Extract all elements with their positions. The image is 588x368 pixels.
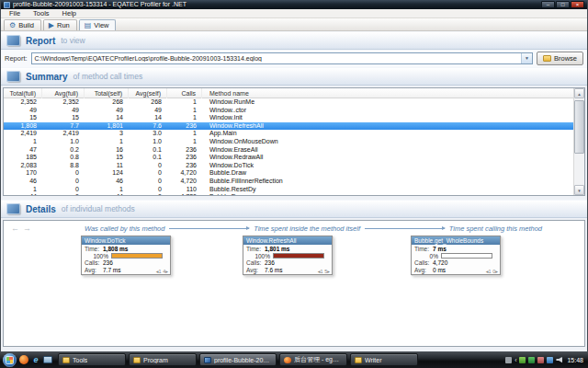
- table-row[interactable]: 1 0 1 0 110 Bubble.ResetDy: [4, 186, 584, 194]
- method-detail-box[interactable]: Window.DoTick Time: 1,808 ms 100%: [81, 236, 171, 275]
- taskbar-button[interactable]: Program: [129, 353, 197, 366]
- cell-method-name: App.Main: [202, 130, 584, 138]
- calls-value: 236: [265, 259, 275, 267]
- table-row[interactable]: 2,083 8.8 11 0 236 Window.DoTick: [4, 162, 584, 170]
- messenger-icon[interactable]: [519, 357, 526, 363]
- minimize-button[interactable]: –: [541, 1, 555, 8]
- detail-box-pager[interactable]: ◂1 4▸: [156, 269, 168, 274]
- method-detail-box[interactable]: Bubble.get_WholeBounds Time: 7 ms 0%: [411, 236, 501, 275]
- detail-box-method-name[interactable]: Window.RefreshAll: [243, 236, 332, 245]
- network-icon[interactable]: [547, 357, 553, 363]
- antivirus-icon[interactable]: [528, 357, 535, 363]
- cell-avg-self: 1.0: [129, 138, 167, 146]
- column-header-total-self[interactable]: Total(self): [85, 88, 129, 98]
- maximize-button[interactable]: □: [556, 1, 570, 8]
- toolbar-button-label: View: [94, 21, 108, 29]
- cell-avg-full: 7.7: [42, 122, 85, 131]
- detail-box-method-name[interactable]: Window.DoTick: [82, 236, 170, 245]
- menu-item[interactable]: Tools: [27, 9, 56, 18]
- avg-label: Avg:: [85, 267, 103, 274]
- taskbar-button[interactable]: 后台管理 - egmkan...: [279, 353, 347, 366]
- cell-avg-full: 0: [42, 169, 85, 178]
- toolbar-button-icon: ▶: [49, 22, 54, 29]
- volume-icon[interactable]: [556, 357, 562, 363]
- report-field-label: Report:: [5, 54, 28, 63]
- title-bar[interactable]: profile-Bubble-20091003-153314 - EQATEC …: [1, 0, 587, 9]
- table-scrollbar[interactable]: ▲ ▼: [573, 88, 584, 195]
- table-body: 2,352 2,352 268 268 1 Window.RunMe 49 49…: [4, 98, 584, 196]
- table-row[interactable]: 44 0 44 0 4,720 Bubble.E: [4, 193, 584, 196]
- cell-avg-full: 1.0: [42, 138, 85, 146]
- cell-calls: 4,720: [167, 193, 202, 196]
- report-section-header: Report to view: [1, 31, 587, 50]
- table-row[interactable]: 2,419 2,419 3 3.0 1 App.Main: [4, 130, 584, 138]
- history-back-icon[interactable]: ←: [9, 224, 21, 233]
- taskbar-button[interactable]: Tools: [58, 353, 126, 366]
- cell-total-full: 185: [4, 154, 42, 162]
- toolbar-button[interactable]: ▤ View: [79, 19, 117, 30]
- scroll-down-icon[interactable]: ▼: [574, 185, 584, 195]
- avg-value: 7.7 ms: [103, 267, 121, 274]
- firefox-icon[interactable]: [19, 355, 28, 364]
- calls-label: Calls:: [246, 259, 265, 267]
- menu-item[interactable]: File: [3, 9, 27, 18]
- cell-calls: 1: [167, 114, 202, 122]
- detail-box-body: Time: 1,801 ms 100% Calls: 236: [243, 245, 332, 274]
- report-path-value[interactable]: C:\Windows\Temp\EQATECProfilerLogs\profi…: [32, 55, 521, 62]
- cell-total-full: 1,808: [4, 122, 42, 131]
- cell-avg-full: 49: [42, 107, 85, 115]
- cell-avg-self: 268: [129, 98, 167, 107]
- table-row[interactable]: 49 49 49 49 1 Window..ctor: [4, 107, 584, 115]
- taskbar-button[interactable]: Writer: [350, 353, 418, 366]
- scroll-up-icon[interactable]: ▲: [574, 88, 584, 98]
- history-forward-icon[interactable]: →: [21, 224, 33, 233]
- browse-button[interactable]: Browse: [537, 52, 583, 65]
- taskbar-button-label: Tools: [73, 357, 87, 363]
- calls-value: 236: [103, 259, 113, 267]
- column-header-avg-full[interactable]: Avg(full): [42, 88, 85, 98]
- column-header-method-name[interactable]: Method name: [202, 88, 584, 98]
- detail-box-pager[interactable]: ◂1 5▸: [318, 269, 330, 274]
- taskbar-button[interactable]: profile-Bubble-2009...: [199, 353, 277, 366]
- taskbar-clock[interactable]: 15:48: [565, 357, 583, 363]
- tray-app-icon[interactable]: [537, 357, 544, 363]
- cell-total-full: 46: [4, 178, 42, 186]
- column-header-total-full[interactable]: Total(full): [4, 88, 42, 98]
- task-buttons: Tools Program profile-Bubble-2009... 后台管…: [58, 353, 418, 366]
- detail-box-pager[interactable]: ◂1 0▸: [486, 269, 498, 274]
- cell-avg-self: 7.6: [129, 122, 167, 131]
- start-button[interactable]: [3, 353, 17, 367]
- percent-value: 0%: [414, 253, 438, 260]
- cell-method-name: Window.RefreshAll: [202, 122, 584, 131]
- summary-icon: [6, 71, 20, 82]
- table-row[interactable]: 1 1.0 1 1.0 1 Window.OnMouseDown: [4, 138, 584, 146]
- table-row[interactable]: 1,808 7.7 1,801 7.6 236 Window.RefreshAl…: [4, 122, 584, 131]
- table-row[interactable]: 46 0 46 0 4,720 Bubble.FillInnerReflecti…: [4, 178, 584, 186]
- scrollbar-thumb[interactable]: [574, 100, 584, 154]
- method-detail-box[interactable]: Window.RefreshAll Time: 1,801 ms 100%: [243, 236, 333, 275]
- combobox-dropdown-icon[interactable]: ▼: [521, 53, 532, 63]
- toolbar-button[interactable]: ⚙ Build: [4, 19, 41, 30]
- table-row[interactable]: 15 15 14 14 1 Window.Init: [4, 114, 584, 122]
- cell-total-full: 15: [4, 114, 42, 122]
- toolbar-button[interactable]: ▶ Run: [43, 19, 77, 30]
- cell-avg-self: 0.1: [129, 154, 167, 162]
- column-header-calls[interactable]: Calls: [167, 88, 202, 98]
- table-row[interactable]: 170 0 124 0 4,720 Bubble.Draw: [4, 169, 584, 178]
- table-row[interactable]: 47 0.2 16 0.1 236 Window.EraseAll: [4, 146, 584, 155]
- menu-item[interactable]: Help: [56, 9, 83, 18]
- table-header-row[interactable]: Total(full) Avg(full) Total(self) Avg(se…: [4, 88, 584, 98]
- column-header-avg-self[interactable]: Avg(self): [129, 88, 167, 98]
- table-row[interactable]: 185 0.8 15 0.1 236 Window.RedrawAll: [4, 154, 584, 162]
- show-desktop-icon[interactable]: [43, 356, 52, 363]
- taskbar-button-label: Program: [143, 357, 168, 363]
- close-button[interactable]: ×: [571, 1, 584, 8]
- cell-calls: 1: [167, 98, 202, 107]
- screen: profile-Bubble-20091003-153314 - EQATEC …: [0, 0, 588, 368]
- detail-box-method-name[interactable]: Bubble.get_WholeBounds: [412, 236, 500, 245]
- internet-explorer-icon[interactable]: e: [31, 355, 40, 364]
- report-path-combobox[interactable]: C:\Windows\Temp\EQATECProfilerLogs\profi…: [31, 52, 533, 64]
- hide-icons-arrow[interactable]: ‹: [514, 357, 516, 363]
- tray-device-icon[interactable]: [505, 357, 512, 363]
- table-row[interactable]: 2,352 2,352 268 268 1 Window.RunMe: [4, 98, 584, 107]
